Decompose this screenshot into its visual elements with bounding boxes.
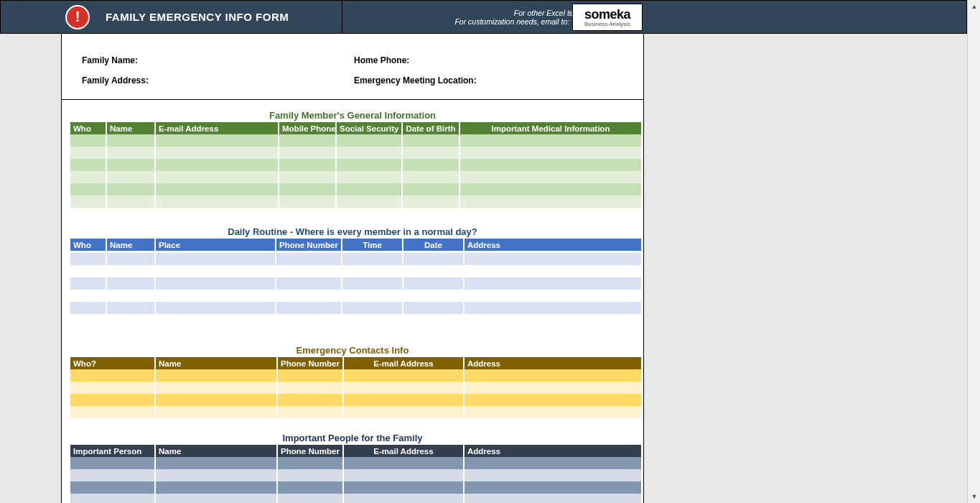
table-row[interactable]: [70, 382, 641, 394]
col-ssn: Social Security #: [336, 122, 402, 134]
table-header-row: Important Person Name Phone Number E-mai…: [70, 445, 641, 457]
family-address-label: Family Address:: [82, 75, 149, 86]
table-row[interactable]: [70, 302, 641, 314]
col-phone: Phone Number: [276, 239, 342, 251]
logo-sub-text: Business Analysis: [584, 22, 630, 27]
table-row[interactable]: [70, 481, 641, 494]
table-row[interactable]: [70, 277, 641, 290]
header-bar: ! FAMILY EMERGENCY INFO FORM For other E…: [0, 0, 967, 34]
col-name: Name: [155, 445, 277, 457]
family-info-block: Family Name: Family Address: Home Phone:…: [62, 34, 643, 100]
important-people-table[interactable]: Important Person Name Phone Number E-mai…: [70, 445, 641, 503]
table-row[interactable]: [70, 147, 641, 159]
section-title-contacts: Emergency Contacts Info: [62, 335, 643, 357]
emergency-location-label: Emergency Meeting Location:: [354, 75, 477, 86]
table-row[interactable]: [70, 314, 641, 326]
warning-icon: !: [65, 5, 90, 29]
table-row[interactable]: [70, 457, 641, 469]
table-row[interactable]: [70, 171, 641, 183]
col-mobile: Mobile Phone: [279, 122, 336, 134]
section-title-members: Family Member's General Information: [62, 100, 643, 122]
table-header-row: Who Name E-mail Address Mobile Phone Soc…: [70, 122, 641, 134]
vertical-scrollbar[interactable]: ▲ ▼: [967, 0, 980, 503]
table-row[interactable]: [70, 494, 641, 503]
table-row[interactable]: [70, 134, 641, 147]
header-divider: [342, 1, 342, 33]
section-title-important: Important People for the Family: [62, 423, 643, 445]
col-address: Address: [464, 445, 641, 457]
table-row[interactable]: [70, 195, 641, 208]
table-row[interactable]: [70, 369, 641, 382]
table-row[interactable]: [70, 265, 641, 277]
home-phone-label: Home Phone:: [354, 55, 409, 65]
col-date: Date: [403, 239, 464, 251]
col-who: Who: [70, 239, 106, 251]
daily-routine-rows[interactable]: [70, 253, 641, 326]
table-row[interactable]: [70, 159, 641, 171]
table-row[interactable]: [70, 290, 641, 302]
table-row[interactable]: [70, 469, 641, 481]
daily-routine-table[interactable]: Who Name Place Phone Number Time Date Ad…: [70, 239, 641, 251]
col-time: Time: [342, 239, 403, 251]
someka-logo[interactable]: someka Business Analysis: [572, 4, 643, 31]
section-title-routine: Daily Routine - Where is every member in…: [62, 216, 643, 239]
form-title: FAMILY EMERGENCY INFO FORM: [106, 11, 289, 23]
form-content: Family Name: Family Address: Home Phone:…: [61, 34, 644, 503]
col-who: Who?: [70, 357, 155, 369]
table-row[interactable]: [70, 253, 641, 265]
scroll-down-button[interactable]: ▼: [968, 490, 980, 503]
document-area: ! FAMILY EMERGENCY INFO FORM For other E…: [0, 0, 967, 503]
col-dob: Date of Birth: [402, 122, 459, 134]
family-members-table[interactable]: Who Name E-mail Address Mobile Phone Soc…: [70, 122, 641, 208]
col-email: E-mail Address: [343, 445, 464, 457]
viewport: ! FAMILY EMERGENCY INFO FORM For other E…: [0, 0, 980, 503]
family-name-label: Family Name:: [82, 55, 138, 65]
scroll-up-button[interactable]: ▲: [968, 0, 980, 13]
col-email: E-mail Address: [155, 122, 279, 134]
col-place: Place: [155, 239, 276, 251]
col-person: Important Person: [70, 445, 155, 457]
col-medical: Important Medical Information: [459, 122, 641, 134]
col-address: Address: [464, 239, 641, 251]
col-who: Who: [70, 122, 106, 134]
col-address: Address: [464, 357, 641, 369]
table-row[interactable]: [70, 394, 641, 406]
table-row[interactable]: [70, 406, 641, 418]
emergency-contacts-table[interactable]: Who? Name Phone Number E-mail Address Ad…: [70, 357, 641, 418]
col-name: Name: [106, 239, 155, 251]
col-name: Name: [106, 122, 155, 134]
col-phone: Phone Number: [277, 445, 343, 457]
table-row[interactable]: [70, 183, 641, 195]
table-header-row: Who? Name Phone Number E-mail Address Ad…: [70, 357, 641, 369]
col-phone: Phone Number: [277, 357, 343, 369]
col-email: E-mail Address: [343, 357, 464, 369]
table-header-row: Who Name Place Phone Number Time Date Ad…: [70, 239, 641, 251]
col-name: Name: [155, 357, 277, 369]
logo-main-text: someka: [584, 8, 630, 21]
